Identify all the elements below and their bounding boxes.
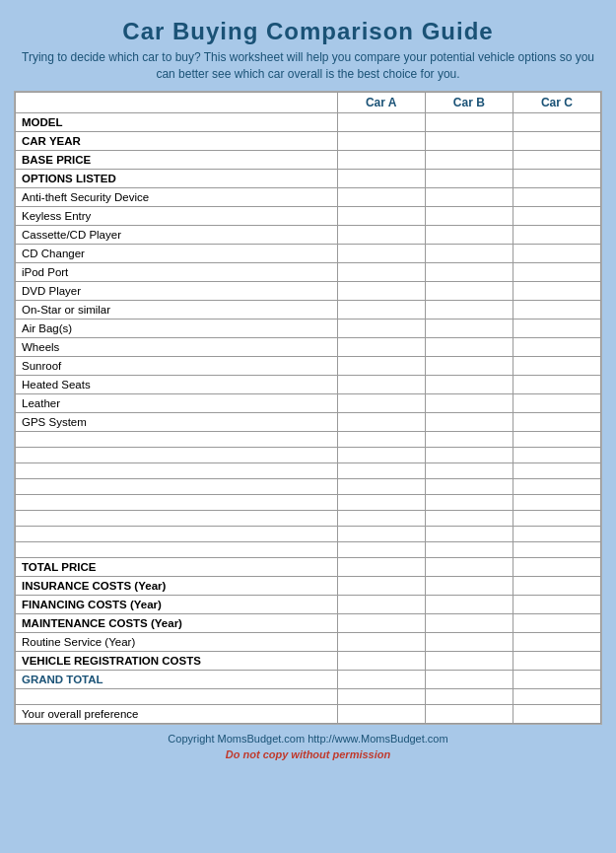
row-cell-carc[interactable] [513, 478, 600, 494]
row-cell-carb[interactable] [425, 651, 513, 670]
row-cell-carc[interactable] [513, 112, 600, 131]
row-cell-carb[interactable] [425, 510, 513, 526]
row-cell-carb[interactable] [425, 688, 513, 704]
row-cell-cara[interactable] [337, 244, 425, 262]
row-cell-carb[interactable] [425, 462, 513, 478]
row-cell-carc[interactable] [513, 526, 600, 541]
row-cell-carb[interactable] [425, 244, 513, 262]
row-cell-cara[interactable] [337, 447, 425, 462]
row-cell-cara[interactable] [337, 613, 425, 632]
row-cell-carb[interactable] [425, 704, 513, 723]
row-cell-cara[interactable] [337, 462, 425, 478]
row-cell-cara[interactable] [337, 576, 425, 595]
row-cell-carc[interactable] [513, 670, 600, 688]
row-cell-cara[interactable] [337, 688, 425, 704]
row-cell-cara[interactable] [337, 393, 425, 412]
row-cell-carc[interactable] [513, 541, 600, 557]
row-cell-cara[interactable] [337, 375, 425, 393]
row-cell-carb[interactable] [425, 319, 513, 337]
row-cell-cara[interactable] [337, 412, 425, 431]
row-cell-carc[interactable] [513, 225, 600, 244]
row-cell-carc[interactable] [513, 206, 600, 225]
row-cell-carb[interactable] [425, 337, 513, 356]
row-cell-carb[interactable] [425, 576, 513, 595]
row-cell-cara[interactable] [337, 187, 425, 206]
row-cell-carb[interactable] [425, 478, 513, 494]
row-cell-carb[interactable] [425, 670, 513, 688]
row-cell-carc[interactable] [513, 510, 600, 526]
row-cell-carb[interactable] [425, 187, 513, 206]
row-cell-carc[interactable] [513, 494, 600, 510]
row-cell-cara[interactable] [337, 670, 425, 688]
row-cell-carb[interactable] [425, 447, 513, 462]
row-cell-carb[interactable] [425, 557, 513, 576]
row-cell-carc[interactable] [513, 262, 600, 281]
row-cell-carb[interactable] [425, 632, 513, 651]
row-cell-carc[interactable] [513, 632, 600, 651]
row-cell-cara[interactable] [337, 704, 425, 723]
row-cell-carb[interactable] [425, 431, 513, 447]
row-cell-cara[interactable] [337, 169, 425, 187]
row-cell-cara[interactable] [337, 632, 425, 651]
row-cell-carb[interactable] [425, 613, 513, 632]
row-cell-carc[interactable] [513, 169, 600, 187]
row-cell-carc[interactable] [513, 337, 600, 356]
row-cell-carc[interactable] [513, 613, 600, 632]
row-cell-cara[interactable] [337, 478, 425, 494]
row-cell-carb[interactable] [425, 494, 513, 510]
row-cell-carc[interactable] [513, 393, 600, 412]
row-cell-carb[interactable] [425, 131, 513, 150]
row-cell-carb[interactable] [425, 541, 513, 557]
row-cell-carb[interactable] [425, 393, 513, 412]
row-cell-cara[interactable] [337, 494, 425, 510]
row-cell-carc[interactable] [513, 447, 600, 462]
row-cell-cara[interactable] [337, 557, 425, 576]
row-cell-carb[interactable] [425, 595, 513, 613]
row-cell-carc[interactable] [513, 704, 600, 723]
row-cell-carc[interactable] [513, 688, 600, 704]
row-cell-carb[interactable] [425, 300, 513, 319]
row-cell-cara[interactable] [337, 356, 425, 375]
row-cell-carc[interactable] [513, 150, 600, 169]
row-cell-carc[interactable] [513, 131, 600, 150]
row-cell-carc[interactable] [513, 557, 600, 576]
row-cell-carb[interactable] [425, 375, 513, 393]
row-cell-carc[interactable] [513, 319, 600, 337]
row-cell-cara[interactable] [337, 225, 425, 244]
row-cell-carc[interactable] [513, 462, 600, 478]
row-cell-carc[interactable] [513, 281, 600, 300]
row-cell-carb[interactable] [425, 150, 513, 169]
row-cell-cara[interactable] [337, 431, 425, 447]
row-cell-cara[interactable] [337, 510, 425, 526]
row-cell-cara[interactable] [337, 300, 425, 319]
row-cell-carb[interactable] [425, 262, 513, 281]
row-cell-carc[interactable] [513, 651, 600, 670]
row-cell-carc[interactable] [513, 375, 600, 393]
row-cell-cara[interactable] [337, 337, 425, 356]
row-cell-carb[interactable] [425, 225, 513, 244]
row-cell-carb[interactable] [425, 281, 513, 300]
row-cell-cara[interactable] [337, 319, 425, 337]
row-cell-carb[interactable] [425, 206, 513, 225]
row-cell-carc[interactable] [513, 595, 600, 613]
row-cell-cara[interactable] [337, 526, 425, 541]
row-cell-carc[interactable] [513, 412, 600, 431]
row-cell-carc[interactable] [513, 431, 600, 447]
row-cell-cara[interactable] [337, 150, 425, 169]
row-cell-carb[interactable] [425, 112, 513, 131]
row-cell-carb[interactable] [425, 356, 513, 375]
row-cell-cara[interactable] [337, 281, 425, 300]
row-cell-carc[interactable] [513, 187, 600, 206]
row-cell-carb[interactable] [425, 412, 513, 431]
row-cell-cara[interactable] [337, 262, 425, 281]
row-cell-carc[interactable] [513, 356, 600, 375]
row-cell-cara[interactable] [337, 131, 425, 150]
row-cell-carb[interactable] [425, 526, 513, 541]
row-cell-carc[interactable] [513, 300, 600, 319]
row-cell-cara[interactable] [337, 541, 425, 557]
row-cell-cara[interactable] [337, 595, 425, 613]
row-cell-carb[interactable] [425, 169, 513, 187]
row-cell-cara[interactable] [337, 112, 425, 131]
row-cell-cara[interactable] [337, 206, 425, 225]
row-cell-carc[interactable] [513, 576, 600, 595]
